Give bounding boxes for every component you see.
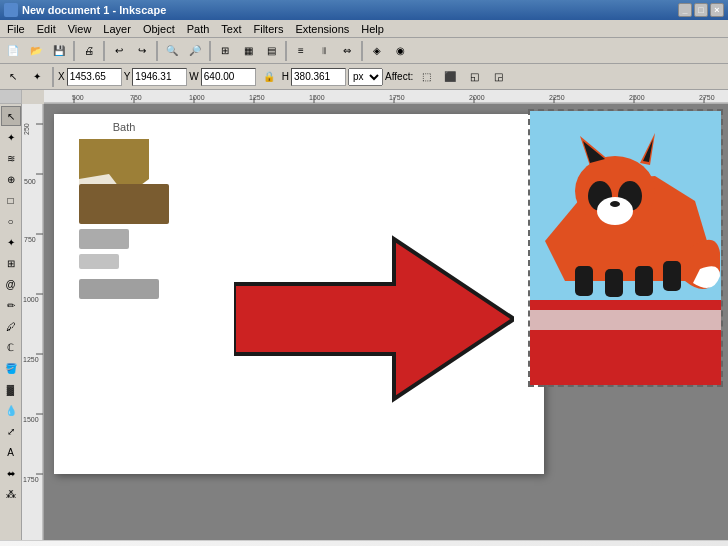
tool-circle[interactable]: ○ (1, 211, 21, 231)
svg-rect-55 (605, 269, 623, 297)
svg-text:1750: 1750 (23, 476, 39, 483)
x-input[interactable] (67, 68, 122, 86)
y-input[interactable] (132, 68, 187, 86)
fill-btn[interactable]: ◉ (389, 40, 411, 62)
svg-text:Bath: Bath (113, 121, 136, 133)
select-tool-btn[interactable]: ↖ (2, 66, 24, 88)
print-btn[interactable]: 🖨 (78, 40, 100, 62)
toolbar-row-1: 📄 📂 💾 🖨 ↩ ↪ 🔍 🔎 ⊞ ▦ ▤ ≡ ⫴ ⇔ ◈ ◉ (0, 38, 728, 64)
menu-text[interactable]: Text (216, 21, 246, 37)
menu-view[interactable]: View (63, 21, 97, 37)
menu-extensions[interactable]: Extensions (290, 21, 354, 37)
svg-text:1000: 1000 (23, 296, 39, 303)
content-row: ↖ ✦ ≋ ⊕ □ ○ ✦ ⊞ @ ✏ 🖊 ℂ 🪣 ▓ 💧 ⤢ A ⬌ ⁂ 25 (0, 104, 728, 540)
canvas-area[interactable]: Bath (44, 104, 728, 540)
ruler-row: 500 750 1000 1250 1500 1750 2000 2250 25… (0, 90, 728, 104)
select-all-btn[interactable]: ⊞ (214, 40, 236, 62)
tool-pencil[interactable]: ✏ (1, 295, 21, 315)
tool-bucket[interactable]: 🪣 (1, 358, 21, 378)
new-btn[interactable]: 📄 (2, 40, 24, 62)
close-button[interactable]: × (710, 3, 724, 17)
tool-node[interactable]: ✦ (1, 127, 21, 147)
fox-art-panel (528, 109, 723, 387)
tool-zoom[interactable]: ⊕ (1, 169, 21, 189)
window-title: New document 1 - Inkscape (22, 4, 166, 16)
h-label: H (282, 71, 289, 82)
wiki-bar: wiki How to Create a Vector Outline With… (0, 540, 728, 546)
svg-rect-54 (575, 266, 593, 296)
y-coord-field: Y (124, 68, 188, 86)
open-btn[interactable]: 📂 (25, 40, 47, 62)
menu-edit[interactable]: Edit (32, 21, 61, 37)
svg-marker-43 (234, 239, 514, 399)
h-input[interactable] (291, 68, 346, 86)
unit-select[interactable]: px mm cm in (348, 68, 383, 86)
affect3-btn[interactable]: ◱ (463, 66, 485, 88)
affect-label: Affect: (385, 71, 413, 82)
tool-dropper[interactable]: 💧 (1, 400, 21, 420)
sep6 (361, 41, 363, 61)
node-tool-btn[interactable]: ✦ (26, 66, 48, 88)
fox-svg (535, 121, 720, 321)
toolbar-row-2: ↖ ✦ X Y W 🔒 H px mm cm in Affect: ⬚ ⬛ ◱ … (0, 64, 728, 90)
tool-calligraphy[interactable]: ℂ (1, 337, 21, 357)
title-bar: New document 1 - Inkscape _ □ × (0, 0, 728, 20)
ruler-vertical: 250 500 750 1000 1250 1500 1750 (22, 104, 44, 540)
menu-path[interactable]: Path (182, 21, 215, 37)
svg-rect-39 (79, 184, 169, 224)
svg-text:1250: 1250 (23, 356, 39, 363)
tool-tweak[interactable]: ≋ (1, 148, 21, 168)
tool-measure[interactable]: ⬌ (1, 463, 21, 483)
svg-text:250: 250 (23, 123, 30, 135)
fox-bg (530, 111, 721, 385)
menu-bar: File Edit View Layer Object Path Text Fi… (0, 20, 728, 38)
w-input[interactable] (201, 68, 256, 86)
svg-text:2000: 2000 (469, 94, 485, 101)
menu-object[interactable]: Object (138, 21, 180, 37)
lock-ratio-btn[interactable]: 🔒 (258, 66, 280, 88)
svg-text:2750: 2750 (699, 94, 715, 101)
maximize-button[interactable]: □ (694, 3, 708, 17)
zoom-in-btn[interactable]: 🔍 (161, 40, 183, 62)
tool-select[interactable]: ↖ (1, 106, 21, 126)
group-btn[interactable]: ▦ (237, 40, 259, 62)
undo-btn[interactable]: ↩ (108, 40, 130, 62)
redo-btn[interactable]: ↪ (131, 40, 153, 62)
sep5 (285, 41, 287, 61)
tool-rect[interactable]: □ (1, 190, 21, 210)
zoom-out-btn[interactable]: 🔎 (184, 40, 206, 62)
x-coord-field: X (58, 68, 122, 86)
menu-help[interactable]: Help (356, 21, 389, 37)
tool-pen[interactable]: 🖊 (1, 316, 21, 336)
tool-spiral[interactable]: @ (1, 274, 21, 294)
menu-file[interactable]: File (2, 21, 30, 37)
ungroup-btn[interactable]: ▤ (260, 40, 282, 62)
tool-text[interactable]: A (1, 442, 21, 462)
tool-gradient[interactable]: ▓ (1, 379, 21, 399)
menu-filters[interactable]: Filters (249, 21, 289, 37)
tool-star[interactable]: ✦ (1, 232, 21, 252)
affect2-btn[interactable]: ⬛ (439, 66, 461, 88)
affect1-btn[interactable]: ⬚ (415, 66, 437, 88)
window-controls[interactable]: _ □ × (678, 3, 724, 17)
x-label: X (58, 71, 65, 82)
tool-connector[interactable]: ⤢ (1, 421, 21, 441)
tool-3d[interactable]: ⊞ (1, 253, 21, 273)
svg-text:2500: 2500 (629, 94, 645, 101)
align-btn[interactable]: ≡ (290, 40, 312, 62)
w-label: W (189, 71, 198, 82)
svg-text:1750: 1750 (389, 94, 405, 101)
save-btn[interactable]: 💾 (48, 40, 70, 62)
y-label: Y (124, 71, 131, 82)
transform-btn[interactable]: ⇔ (336, 40, 358, 62)
affect4-btn[interactable]: ◲ (487, 66, 509, 88)
minimize-button[interactable]: _ (678, 3, 692, 17)
svg-rect-42 (79, 279, 159, 299)
svg-text:500: 500 (24, 178, 36, 185)
svg-rect-40 (79, 229, 129, 249)
menu-layer[interactable]: Layer (98, 21, 136, 37)
sketch-bath-svg: Bath (59, 119, 189, 319)
node-btn[interactable]: ◈ (366, 40, 388, 62)
tool-spray[interactable]: ⁂ (1, 484, 21, 504)
dist-btn[interactable]: ⫴ (313, 40, 335, 62)
